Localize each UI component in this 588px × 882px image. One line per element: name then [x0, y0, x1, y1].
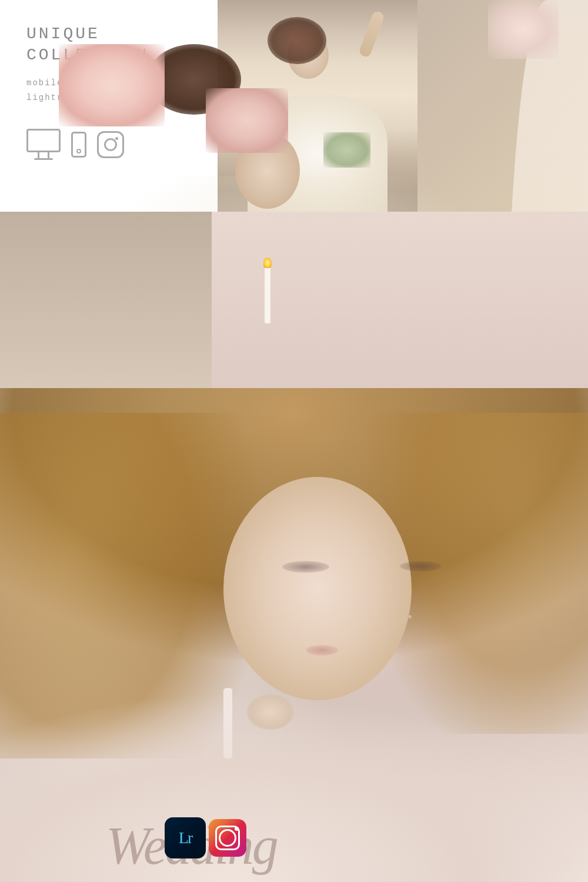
lr-text: Lr	[179, 828, 192, 847]
veil-bg	[0, 212, 212, 388]
flowers-photo	[212, 212, 412, 388]
candle-body	[265, 265, 270, 323]
phone-body	[71, 132, 86, 158]
bottom-photo-section: Lr Wedding	[0, 388, 588, 882]
instagram-circle	[104, 138, 117, 151]
lightroom-icon[interactable]: Lr	[165, 817, 206, 858]
device-icons	[26, 129, 200, 160]
bottom-app-icons: Lr	[165, 817, 246, 858]
title-line1: UNIQUE	[26, 24, 200, 45]
instagram-dot	[115, 137, 118, 140]
eye-right	[400, 561, 441, 572]
ig-dot	[235, 827, 239, 831]
body-area	[0, 635, 588, 882]
bride-hair	[268, 17, 326, 64]
eye-left	[282, 561, 329, 573]
monitor-stand	[38, 152, 49, 158]
phone-icon	[71, 132, 86, 158]
instagram-color-icon[interactable]	[209, 819, 246, 857]
monitor-base	[34, 158, 53, 160]
bride-veil-photo	[0, 212, 212, 388]
flowers-bg	[212, 212, 412, 388]
phone-button	[76, 149, 81, 153]
hand-chin	[247, 694, 294, 730]
instagram-outline-icon	[97, 131, 124, 158]
desktop-icon	[26, 129, 61, 160]
candle-flame	[263, 258, 272, 268]
middle-section: wed buy 3 pa... get 1 fre...	[0, 212, 588, 388]
monitor-screen	[26, 129, 61, 152]
dress-strap	[223, 688, 232, 759]
